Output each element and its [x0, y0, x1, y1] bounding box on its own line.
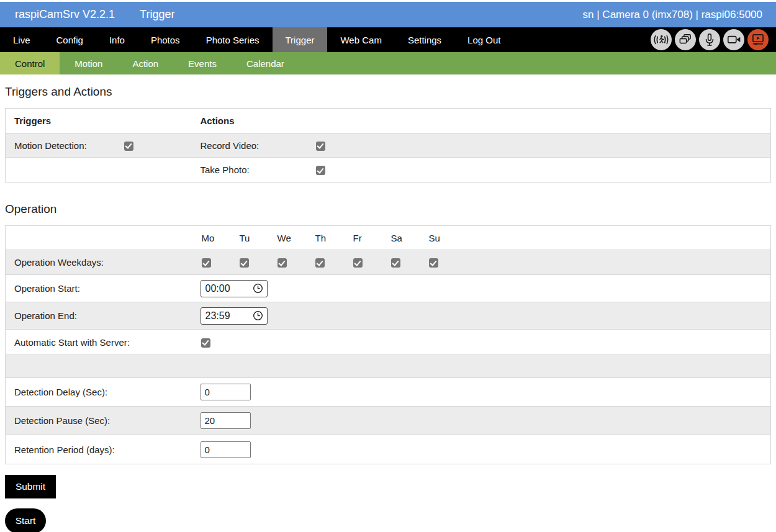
take-photo-checkbox[interactable] — [316, 166, 325, 175]
status-icons — [651, 27, 776, 52]
weekday-header-we: We — [268, 226, 305, 250]
triggers-actions-heading: Triggers and Actions — [5, 85, 771, 99]
nav-item-settings[interactable]: Settings — [395, 27, 454, 52]
detection-pause-input[interactable] — [201, 412, 251, 429]
weekday-header-row: Mo Tu We Th Fr Sa Su — [6, 226, 771, 250]
live-stream-icon[interactable] — [747, 29, 769, 50]
video-camera-icon[interactable] — [723, 29, 744, 50]
subnav-item-events[interactable]: Events — [173, 52, 232, 74]
weekday-mo-checkbox[interactable] — [202, 258, 211, 268]
weekday-header-fr: Fr — [343, 226, 381, 250]
window-cascade-icon[interactable] — [675, 29, 696, 50]
main-nav: Live Config Info Photos Photo Series Tri… — [0, 27, 776, 52]
operation-end-value: 23:59 — [205, 310, 230, 322]
record-video-label: Record Video: — [192, 133, 307, 158]
detection-pause-label: Detection Pause (Sec): — [6, 407, 192, 435]
operation-heading: Operation — [5, 202, 771, 216]
title-bar: raspiCamSrv V2.2.1 Trigger sn | Camera 0… — [0, 2, 776, 27]
microphone-icon[interactable] — [699, 29, 720, 50]
operation-start-value: 00:00 — [205, 283, 230, 294]
operation-start-input[interactable]: 00:00 — [201, 280, 268, 297]
weekday-header-th: Th — [305, 226, 343, 250]
autostart-label: Automatic Start with Server: — [6, 330, 192, 355]
weekday-header-mo: Mo — [192, 226, 230, 250]
triggers-column-header: Triggers — [6, 109, 115, 133]
table-row: Take Photo: — [6, 158, 771, 183]
trigger-subnav: Control Motion Action Events Calendar — [0, 52, 776, 74]
nav-item-trigger[interactable]: Trigger — [273, 27, 328, 52]
app-title: raspiCamSrv V2.2.1 — [15, 8, 115, 21]
detection-pause-row: Detection Pause (Sec): — [6, 407, 771, 435]
operation-end-label: Operation End: — [6, 302, 192, 330]
detection-delay-label: Detection Delay (Sec): — [6, 378, 192, 407]
retention-period-row: Retention Period (days): — [6, 435, 771, 464]
main-content: Triggers and Actions Triggers Actions Mo… — [0, 85, 776, 532]
weekday-header-sa: Sa — [381, 226, 419, 250]
retention-period-label: Retention Period (days): — [6, 435, 192, 464]
operation-end-input[interactable]: 23:59 — [201, 307, 268, 325]
subnav-item-action[interactable]: Action — [117, 52, 173, 74]
weekday-header-su: Su — [419, 226, 457, 250]
operation-weekdays-row: Operation Weekdays: — [6, 250, 771, 275]
weekday-sa-checkbox[interactable] — [391, 258, 400, 268]
table-row: Motion Detection: Record Video: — [6, 133, 771, 158]
actions-column-header: Actions — [192, 109, 307, 133]
clock-icon — [252, 282, 264, 294]
camera-status: sn | Camera 0 (imx708) | raspi06:5000 — [583, 9, 762, 21]
page-title: Trigger — [140, 8, 174, 21]
nav-item-config[interactable]: Config — [43, 27, 96, 52]
motion-detection-icon[interactable] — [651, 29, 672, 50]
operation-table: Mo Tu We Th Fr Sa Su Operation Weekdays:… — [5, 225, 771, 464]
take-photo-label: Take Photo: — [192, 158, 307, 183]
detection-delay-row: Detection Delay (Sec): — [6, 378, 771, 407]
detection-delay-input[interactable] — [201, 384, 251, 400]
weekday-header-tu: Tu — [230, 226, 268, 250]
subnav-item-motion[interactable]: Motion — [60, 52, 117, 74]
nav-item-info[interactable]: Info — [96, 27, 138, 52]
triggers-actions-table: Triggers Actions Motion Detection: Recor… — [5, 108, 771, 183]
nav-item-log-out[interactable]: Log Out — [454, 27, 513, 52]
nav-item-web-cam[interactable]: Web Cam — [327, 27, 394, 52]
nav-item-live[interactable]: Live — [0, 27, 43, 52]
table-header-row: Triggers Actions — [6, 109, 771, 133]
operation-end-row: Operation End: 23:59 — [6, 302, 771, 330]
operation-start-label: Operation Start: — [6, 275, 192, 302]
weekday-tu-checkbox[interactable] — [240, 258, 249, 268]
start-button[interactable]: Start — [5, 508, 46, 532]
weekday-fr-checkbox[interactable] — [353, 258, 363, 268]
clock-icon — [252, 310, 264, 322]
record-video-checkbox[interactable] — [316, 142, 325, 151]
weekday-su-checkbox[interactable] — [429, 258, 438, 268]
retention-period-input[interactable] — [201, 441, 251, 458]
spacer-row — [6, 355, 771, 378]
nav-item-photos[interactable]: Photos — [138, 27, 193, 52]
motion-detection-checkbox[interactable] — [124, 142, 133, 151]
operation-start-row: Operation Start: 00:00 — [6, 275, 771, 302]
operation-weekdays-label: Operation Weekdays: — [6, 250, 192, 275]
autostart-row: Automatic Start with Server: — [6, 330, 771, 355]
autostart-checkbox[interactable] — [201, 338, 210, 348]
submit-button[interactable]: Submit — [5, 475, 56, 498]
weekday-we-checkbox[interactable] — [277, 258, 287, 268]
motion-detection-label: Motion Detection: — [6, 133, 115, 158]
subnav-item-calendar[interactable]: Calendar — [232, 52, 299, 74]
subnav-item-control[interactable]: Control — [0, 52, 60, 74]
weekday-th-checkbox[interactable] — [315, 258, 325, 268]
nav-item-photo-series[interactable]: Photo Series — [193, 27, 273, 52]
